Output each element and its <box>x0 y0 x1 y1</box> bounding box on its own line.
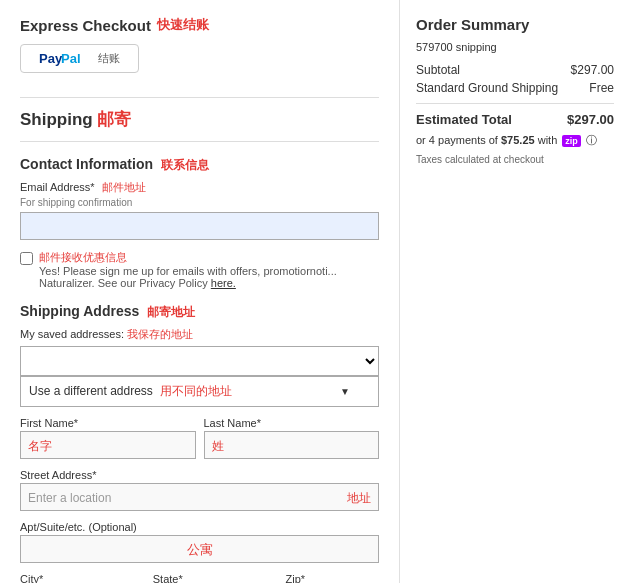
payment-info-icon: ⓘ <box>586 134 597 146</box>
email-signup-checkbox[interactable] <box>20 252 33 265</box>
email-input[interactable] <box>20 212 379 240</box>
city-field: City* 城市 <box>20 573 145 583</box>
first-name-input-wrap: 名字 <box>20 431 196 461</box>
street-label: Street Address* <box>20 469 379 481</box>
saved-addresses-label: My saved addresses: 我保存的地址 <box>20 327 379 342</box>
shipping-divider <box>20 141 379 142</box>
payment-amount: $75.25 <box>501 134 535 146</box>
email-label: Email Address* 邮件地址 <box>20 180 379 195</box>
express-checkout-zh: 快速结账 <box>157 16 209 34</box>
address-dropdown-label: Use a different address 用不同的地址 <box>29 383 232 400</box>
shipping-label: Standard Ground Shipping <box>416 81 558 95</box>
city-label: City* <box>20 573 145 583</box>
contact-section-title: Contact Information 联系信息 <box>20 156 379 174</box>
name-row: First Name* 名字 Last Name* 姓 <box>20 417 379 461</box>
first-name-field: First Name* 名字 <box>20 417 196 461</box>
email-note: For shipping confirmation <box>20 197 379 208</box>
first-name-input[interactable] <box>20 431 196 459</box>
subtotal-value: $297.00 <box>571 63 614 77</box>
address-select[interactable] <box>20 346 379 376</box>
svg-text:Pay: Pay <box>39 51 63 66</box>
last-name-input-wrap: 姓 <box>204 431 380 461</box>
estimated-total-row: Estimated Total $297.00 <box>416 112 614 127</box>
order-summary-sidebar: Order Summary 579700 snipping Subtotal $… <box>400 0 630 583</box>
email-signup-label: 邮件接收优惠信息 Yes! Please sign me up for emai… <box>39 250 337 289</box>
state-label: State* <box>153 573 278 583</box>
summary-divider <box>416 103 614 104</box>
privacy-link[interactable]: here. <box>211 277 236 289</box>
zip-label: Zip* <box>285 573 379 583</box>
street-input[interactable] <box>20 483 379 511</box>
shipping-value: Free <box>589 81 614 95</box>
zip-logo: zip <box>562 135 581 147</box>
saved-addresses-zh: 我保存的地址 <box>127 328 193 340</box>
order-summary-title: Order Summary <box>416 16 614 33</box>
paypal-logo-icon: Pay Pal <box>39 51 94 66</box>
last-name-label: Last Name* <box>204 417 380 429</box>
first-name-label: First Name* <box>20 417 196 429</box>
shipping-address-zh: 邮寄地址 <box>147 305 195 319</box>
street-input-wrap: Enter a location 地址 <box>20 483 379 513</box>
email-label-zh: 邮件地址 <box>102 181 146 193</box>
apt-input[interactable] <box>20 535 379 563</box>
order-id: 579700 snipping <box>416 41 614 53</box>
paypal-button[interactable]: Pay Pal 结账 <box>20 44 139 73</box>
subtotal-label: Subtotal <box>416 63 460 77</box>
last-name-input[interactable] <box>204 431 380 459</box>
state-field: State* State 州 <box>153 573 278 583</box>
apt-field-group: Apt/Suite/etc. (Optional) 公寓 <box>20 521 379 565</box>
street-field-group: Street Address* Enter a location 地址 <box>20 469 379 513</box>
city-state-zip-row: City* 城市 State* State 州 Zip* <box>20 573 379 583</box>
svg-text:Pal: Pal <box>61 51 81 66</box>
email-signup-row: 邮件接收优惠信息 Yes! Please sign me up for emai… <box>20 250 379 289</box>
apt-input-wrap: 公寓 <box>20 535 379 565</box>
address-dropdown[interactable]: Use a different address 用不同的地址 ▼ <box>20 376 379 407</box>
zip-field: Zip* 邮编 <box>285 573 379 583</box>
contact-title-zh: 联系信息 <box>161 158 209 172</box>
tax-note: Taxes calculated at checkout <box>416 154 614 165</box>
shipping-row: Standard Ground Shipping Free <box>416 81 614 95</box>
express-checkout-title: Express Checkout <box>20 17 151 34</box>
estimated-value: $297.00 <box>567 112 614 127</box>
shipping-address-title: Shipping Address 邮寄地址 <box>20 303 379 321</box>
apt-label: Apt/Suite/etc. (Optional) <box>20 521 379 533</box>
address-dropdown-zh: 用不同的地址 <box>160 384 232 398</box>
section-divider <box>20 97 379 98</box>
email-field-group: Email Address* 邮件地址 For shipping confirm… <box>20 180 379 242</box>
subtotal-row: Subtotal $297.00 <box>416 63 614 77</box>
shipping-section-title: Shipping邮寄 <box>20 108 379 131</box>
last-name-field: Last Name* 姓 <box>204 417 380 461</box>
dropdown-chevron-icon: ▼ <box>340 386 350 397</box>
paypal-zh-label: 结账 <box>98 51 120 66</box>
payment-note: or 4 payments of $75.25 with zip ⓘ <box>416 133 614 148</box>
estimated-label: Estimated Total <box>416 112 512 127</box>
